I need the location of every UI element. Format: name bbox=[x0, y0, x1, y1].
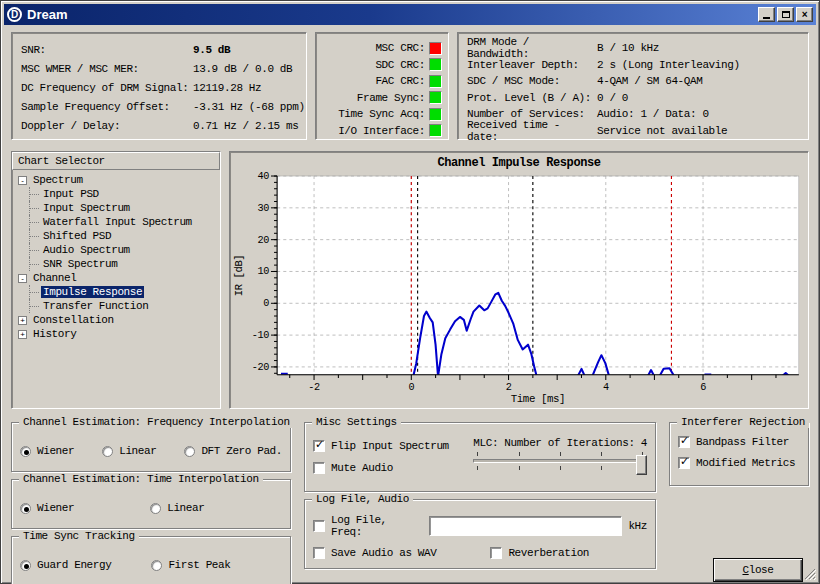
log-file-audio-group: Log File, Audio Log File, Freq: kHz Save… bbox=[304, 499, 656, 569]
chart-selector-tree: -SpectrumInput PSDInput SpectrumWaterfal… bbox=[12, 170, 220, 408]
checkbox-log-file-freq[interactable] bbox=[313, 520, 325, 532]
close-window-button[interactable]: × bbox=[796, 7, 813, 22]
mlc-iterations-slider[interactable] bbox=[473, 452, 647, 482]
tree-item-label: Spectrum bbox=[31, 174, 85, 186]
tree-item-shifted-psd[interactable]: Shifted PSD bbox=[29, 229, 220, 243]
resize-grip[interactable] bbox=[803, 567, 816, 580]
slider-tick bbox=[601, 466, 602, 470]
radio-option-first-peak[interactable]: First Peak bbox=[151, 559, 230, 571]
led-frame-sync bbox=[429, 91, 442, 104]
tree-item-constellation[interactable]: +Constellation bbox=[18, 313, 220, 327]
radio-option-linear[interactable]: Linear bbox=[102, 445, 156, 457]
led-label: MSC CRC: bbox=[375, 42, 425, 54]
tree-item-transfer-function[interactable]: Transfer Function bbox=[29, 299, 220, 313]
minimize-icon bbox=[763, 17, 770, 19]
y-tick-label: 40 bbox=[257, 171, 269, 182]
slider-handle[interactable] bbox=[636, 455, 647, 475]
checkbox-icon[interactable] bbox=[313, 547, 325, 559]
info-value: 9.5 dB bbox=[193, 44, 230, 56]
y-axis-title: IR [dB] bbox=[233, 255, 245, 296]
misc-settings-group: Misc Settings Flip Input SpectrumMute Au… bbox=[304, 422, 656, 492]
slider-ticks-bottom bbox=[473, 466, 647, 470]
checkbox-icon[interactable] bbox=[313, 440, 325, 452]
tree-item-label: Shifted PSD bbox=[41, 230, 113, 242]
led-row: MSC CRC: bbox=[325, 40, 442, 57]
tree-item-label: Channel bbox=[31, 272, 78, 284]
checkbox-label: Mute Audio bbox=[331, 462, 393, 474]
checkbox-label: Bandpass Filter bbox=[696, 436, 789, 448]
checkbox-option-flip-input-spectrum[interactable]: Flip Input Spectrum bbox=[313, 440, 459, 452]
slider-tick bbox=[601, 452, 602, 456]
misc-checkboxes: Flip Input SpectrumMute Audio bbox=[313, 437, 459, 485]
led-row: SDC CRC: bbox=[325, 57, 442, 74]
checkbox-option-bandpass-filter[interactable]: Bandpass Filter bbox=[678, 436, 800, 448]
dream-window: D Dream × SNR:9.5 dBMSC WMER / MSC MER:1… bbox=[0, 0, 820, 584]
x-tick-label: 4 bbox=[603, 382, 609, 393]
slider-groove[interactable] bbox=[473, 459, 647, 463]
radio-option-dft-zero-pad[interactable]: DFT Zero Pad. bbox=[184, 445, 282, 457]
window-content: SNR:9.5 dBMSC WMER / MSC MER:13.9 dB / 0… bbox=[4, 25, 816, 584]
checkbox-option-save-audio-as-wav[interactable]: Save Audio as WAV bbox=[313, 547, 436, 559]
radio-icon[interactable] bbox=[184, 446, 195, 457]
radio-icon[interactable] bbox=[151, 560, 162, 571]
tree-item-spectrum[interactable]: -Spectrum bbox=[18, 173, 220, 187]
log-audio-checkboxes: Save Audio as WAVReverberation bbox=[313, 547, 647, 559]
info-value: Audio: 1 / Data: 0 bbox=[597, 108, 709, 120]
led-row: Frame Sync: bbox=[325, 90, 442, 107]
led-label: Time Sync Acq: bbox=[338, 108, 425, 120]
minus-expander-icon[interactable]: - bbox=[18, 274, 27, 283]
log-freq-input[interactable] bbox=[429, 516, 623, 536]
radio-icon[interactable] bbox=[20, 503, 31, 514]
checkbox-icon[interactable] bbox=[678, 436, 690, 448]
led-msc-crc bbox=[429, 42, 442, 55]
y-tick-label: 10 bbox=[257, 267, 269, 278]
title-bar[interactable]: D Dream × bbox=[4, 4, 816, 25]
signal-info-panel: SNR:9.5 dBMSC WMER / MSC MER:13.9 dB / 0… bbox=[11, 32, 307, 140]
radio-icon[interactable] bbox=[150, 503, 161, 514]
radio-icon[interactable] bbox=[102, 446, 113, 457]
radio-icon[interactable] bbox=[20, 560, 31, 571]
tree-item-input-spectrum[interactable]: Input Spectrum bbox=[29, 201, 220, 215]
info-row: DRM Mode / Bandwidth:B / 10 kHz bbox=[467, 40, 808, 57]
plus-expander-icon[interactable]: + bbox=[18, 330, 27, 339]
checkbox-icon[interactable] bbox=[678, 457, 690, 469]
radio-option-wiener[interactable]: Wiener bbox=[20, 502, 74, 514]
checkbox-option-mute-audio[interactable]: Mute Audio bbox=[313, 462, 459, 474]
radio-icon[interactable] bbox=[20, 446, 31, 457]
tree-item-label: Constellation bbox=[31, 314, 116, 326]
tree-item-input-psd[interactable]: Input PSD bbox=[29, 187, 220, 201]
minimize-button[interactable] bbox=[758, 7, 775, 22]
tree-item-history[interactable]: +History bbox=[18, 327, 220, 341]
impulse-response-chart[interactable]: -20-10010203040-20246Time [ms]IR [dB] bbox=[232, 171, 806, 406]
tree-item-impulse-response[interactable]: Impulse Response bbox=[29, 285, 220, 299]
checkbox-icon[interactable] bbox=[490, 547, 502, 559]
khz-unit-label: kHz bbox=[628, 520, 647, 532]
chart-canvas bbox=[277, 176, 799, 375]
tree-item-snr-spectrum[interactable]: SNR Spectrum bbox=[29, 257, 220, 271]
x-tick-label: 6 bbox=[700, 382, 706, 393]
maximize-button[interactable] bbox=[777, 7, 794, 22]
maximize-icon bbox=[782, 11, 790, 18]
close-button[interactable]: Close bbox=[713, 558, 803, 582]
minus-expander-icon[interactable]: - bbox=[18, 176, 27, 185]
transmission-info-panel: DRM Mode / Bandwidth:B / 10 kHzInterleav… bbox=[457, 32, 809, 140]
tree-item-channel[interactable]: -Channel bbox=[18, 271, 220, 285]
plus-expander-icon[interactable]: + bbox=[18, 316, 27, 325]
radio-option-linear[interactable]: Linear bbox=[150, 502, 204, 514]
radio-option-wiener[interactable]: Wiener bbox=[20, 445, 74, 457]
radio-option-guard-energy[interactable]: Guard Energy bbox=[20, 559, 111, 571]
checkbox-option-modified-metrics[interactable]: Modified Metrics bbox=[678, 457, 800, 469]
time-interpolation-options: WienerLinear bbox=[20, 502, 282, 514]
chart-area-row: Chart Selector -SpectrumInput PSDInput S… bbox=[11, 151, 809, 409]
status-row: SNR:9.5 dBMSC WMER / MSC MER:13.9 dB / 0… bbox=[11, 32, 809, 140]
tree-item-waterfall-input-spectrum[interactable]: Waterfall Input Spectrum bbox=[29, 215, 220, 229]
info-label: DC Frequency of DRM Signal: bbox=[21, 82, 193, 94]
led-row: I/O Interface: bbox=[325, 123, 442, 140]
sync-status-panel: MSC CRC:SDC CRC:FAC CRC:Frame Sync:Time … bbox=[315, 32, 449, 140]
tree-item-audio-spectrum[interactable]: Audio Spectrum bbox=[29, 243, 220, 257]
checkbox-option-reverberation[interactable]: Reverberation bbox=[490, 547, 589, 559]
chart-selector-header[interactable]: Chart Selector bbox=[12, 152, 220, 170]
tree-item-label: Impulse Response bbox=[41, 286, 144, 298]
checkbox-icon[interactable] bbox=[313, 462, 325, 474]
led-row: FAC CRC: bbox=[325, 73, 442, 90]
